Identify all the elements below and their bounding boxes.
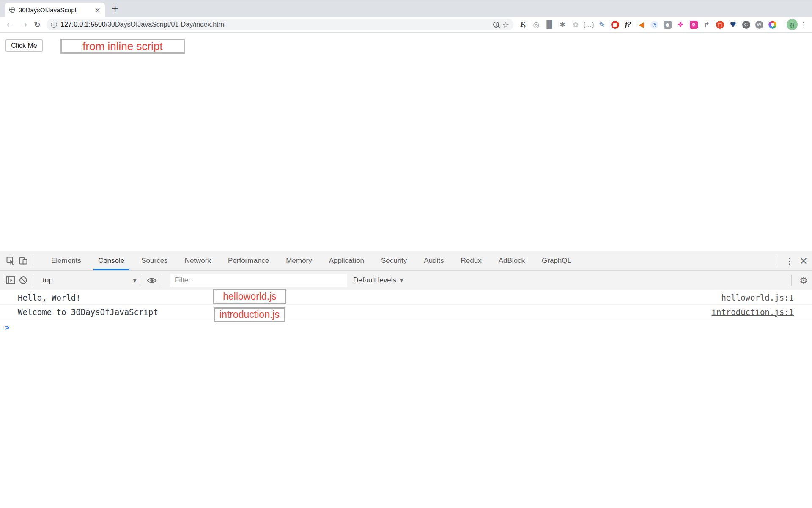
tab-close-icon[interactable]: ×: [94, 6, 101, 14]
forward-icon[interactable]: →: [18, 19, 30, 30]
toolbar-divider: [782, 20, 782, 29]
console-source-link[interactable]: helloworld.js:1: [721, 293, 812, 302]
corner-arrow-extension-icon[interactable]: ↱: [701, 19, 712, 30]
bug-extension-icon[interactable]: ✱: [557, 19, 568, 30]
device-toolbar-icon[interactable]: [17, 254, 30, 267]
console-settings-gear-icon[interactable]: ⚙: [799, 275, 808, 286]
new-tab-button[interactable]: +: [111, 3, 119, 15]
address-bar[interactable]: ⓘ 127.0.0.1:5500/30DaysOfJavaScript/01-D…: [47, 19, 513, 30]
devtools-tab-network[interactable]: Network: [180, 251, 216, 270]
devtools-tab-performance[interactable]: Performance: [223, 251, 274, 270]
inline-script-box: from inline script: [60, 39, 185, 54]
eyedropper-extension-icon-glyph: ✎: [598, 21, 606, 29]
execution-context-selector[interactable]: top ▼: [37, 276, 138, 284]
script-f-extension-icon-glyph: F,: [519, 21, 527, 29]
back-icon[interactable]: ←: [4, 19, 16, 30]
browser-toolbar: ← → ↻ ⓘ 127.0.0.1:5500/30DaysOfJavaScrip…: [0, 17, 812, 33]
camera-extension-icon[interactable]: ●: [662, 19, 673, 30]
gravatar-extension-icon[interactable]: G: [741, 19, 752, 30]
gear-square-extension-icon-glyph: ⚙: [690, 21, 698, 29]
url-path: /30DaysOfJavaScript/01-Day/index.html: [106, 21, 226, 28]
console-prompt-row[interactable]: >: [0, 319, 812, 335]
console-source-link[interactable]: introduction.js:1: [712, 307, 812, 317]
stop-extension-icon-glyph: ■: [611, 21, 619, 29]
console-toolbar-divider-1: [33, 275, 33, 286]
script-f-extension-icon[interactable]: F,: [518, 19, 529, 30]
braces-extension-icon-glyph: {…}: [585, 21, 593, 29]
devtools-tabs: ElementsConsoleSourcesNetworkPerformance…: [43, 251, 580, 270]
chrome-menu-icon[interactable]: ⋮: [799, 20, 808, 29]
devtools-tab-bar: ElementsConsoleSourcesNetworkPerformance…: [0, 251, 812, 271]
click-me-button[interactable]: Click Me: [5, 39, 43, 52]
filter-input[interactable]: [170, 274, 347, 287]
corner-arrow-extension-icon-glyph: ↱: [703, 21, 711, 29]
console-sidebar-icon[interactable]: [4, 274, 17, 287]
eyedropper-extension-icon[interactable]: ✎: [596, 19, 607, 30]
log-levels-label: Default levels: [353, 276, 396, 284]
diamond-extension-icon-glyph: ❖: [677, 21, 685, 29]
console-message-row: Welcome to 30DaysOfJavaScriptintroductio…: [0, 305, 812, 319]
w-circle-extension-icon[interactable]: W: [754, 19, 765, 30]
devtools-tab-console[interactable]: Console: [93, 251, 129, 270]
orbit-extension-icon[interactable]: ◎: [531, 19, 542, 30]
rainbow-extension-icon-glyph: [768, 21, 776, 29]
devtools-menu-icon[interactable]: ⋮: [785, 256, 793, 265]
devtools-tab-security[interactable]: Security: [376, 251, 411, 270]
diamond-extension-icon[interactable]: ❖: [675, 19, 686, 30]
megaphone-extension-icon[interactable]: ◀: [636, 19, 647, 30]
context-caret-icon: ▼: [133, 278, 137, 283]
inline-script-text: from inline script: [82, 40, 162, 53]
panels-extension-icon[interactable]: ▐▌: [544, 19, 555, 30]
clear-console-icon[interactable]: [17, 274, 30, 287]
gear-square-extension-icon[interactable]: ⚙: [688, 19, 699, 30]
fn-question-extension-icon[interactable]: f?: [623, 19, 634, 30]
context-value: top: [43, 276, 53, 284]
swirl-extension-icon[interactable]: ◔: [649, 19, 660, 30]
live-expression-eye-icon[interactable]: [145, 274, 158, 287]
console-message-text: Welcome to 30DaysOfJavaScript: [18, 307, 712, 317]
devtools-tab-sources[interactable]: Sources: [137, 251, 172, 270]
log-levels-caret-icon: ▼: [400, 278, 403, 283]
url-text: 127.0.0.1:5500/30DaysOfJavaScript/01-Day…: [60, 21, 225, 28]
megaphone-extension-icon-glyph: ◀: [637, 21, 645, 29]
panels-extension-icon-glyph: ▐▌: [546, 21, 554, 29]
devtools-tab-application[interactable]: Application: [324, 251, 369, 270]
rainbow-extension-icon[interactable]: [767, 19, 778, 30]
devtools-tab-redux[interactable]: Redux: [456, 251, 486, 270]
console-toolbar: top ▼ Default levels ▼ ⚙: [0, 271, 812, 290]
profile-avatar[interactable]: {}: [787, 19, 798, 30]
heart-search-extension-icon-glyph: ♥: [729, 21, 737, 29]
inspect-element-icon[interactable]: [4, 254, 17, 267]
devtools-panel: ElementsConsoleSourcesNetworkPerformance…: [0, 251, 812, 508]
devtools-tab-memory[interactable]: Memory: [281, 251, 316, 270]
bookmark-star-icon[interactable]: ☆: [502, 20, 509, 29]
reload-icon[interactable]: ↻: [31, 19, 43, 30]
gravatar-extension-icon-glyph: G: [742, 21, 750, 29]
console-toolbar-divider-2: [142, 275, 142, 286]
flower-extension-icon[interactable]: ✿: [570, 19, 581, 30]
annotation-helloworld-text: helloworld.js: [223, 291, 277, 302]
tabbar-right-divider: [776, 255, 776, 266]
devtools-tab-elements[interactable]: Elements: [47, 251, 86, 270]
devtools-tab-graphql[interactable]: GraphQL: [537, 251, 576, 270]
zoom-icon[interactable]: +: [493, 22, 499, 28]
devtools-tab-audits[interactable]: Audits: [419, 251, 448, 270]
devtools-tab-adblock[interactable]: AdBlock: [494, 251, 529, 270]
console-toolbar-divider-3: [162, 275, 162, 286]
tab-strip: 30DaysOfJavaScript × +: [0, 0, 812, 17]
stop-extension-icon[interactable]: ■: [609, 19, 620, 30]
devtools-close-icon[interactable]: ×: [799, 256, 808, 266]
camera-extension-icon-glyph: ●: [664, 21, 672, 29]
record-extension-icon[interactable]: □: [714, 19, 725, 30]
flower-extension-icon-glyph: ✿: [572, 21, 580, 29]
heart-search-extension-icon[interactable]: ♥: [727, 19, 738, 30]
browser-tab[interactable]: 30DaysOfJavaScript ×: [5, 3, 105, 17]
log-levels-dropdown[interactable]: Default levels ▼: [353, 276, 403, 284]
page-content: Click Me from inline script: [0, 33, 812, 251]
console-toolbar-divider-4: [791, 275, 792, 286]
site-info-icon[interactable]: ⓘ: [51, 21, 57, 29]
braces-extension-icon[interactable]: {…}: [583, 19, 594, 30]
orbit-extension-icon-glyph: ◎: [532, 21, 540, 29]
console-message-row: Hello, World!helloworld.js:1: [0, 290, 812, 305]
console-prompt-chevron-icon: >: [5, 323, 9, 332]
